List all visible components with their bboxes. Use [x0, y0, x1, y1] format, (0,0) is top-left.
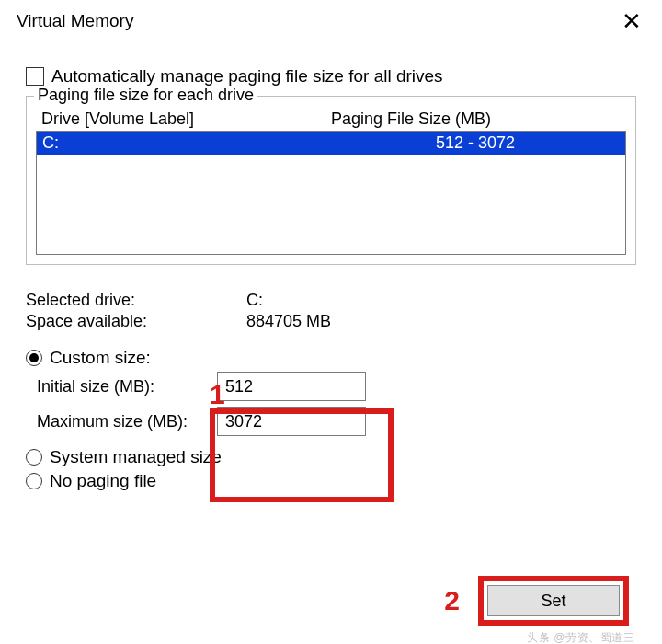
custom-size-label: Custom size:: [50, 348, 151, 368]
space-available-value: 884705 MB: [246, 312, 331, 331]
custom-size-radio[interactable]: [26, 350, 42, 366]
list-item-drive: C:: [42, 133, 331, 153]
set-button[interactable]: Set: [487, 585, 620, 616]
system-managed-label: System managed size: [50, 447, 222, 467]
annotation-number-2: 2: [444, 585, 460, 616]
selected-drive-label: Selected drive:: [26, 291, 246, 310]
watermark-text: 头条 @劳资、蜀道三: [527, 630, 634, 644]
window-title: Virtual Memory: [17, 11, 133, 31]
drive-listbox[interactable]: C: 512 - 3072: [36, 131, 626, 255]
system-managed-radio[interactable]: [26, 449, 42, 466]
column-header-size: Paging File Size (MB): [331, 109, 621, 129]
initial-size-input[interactable]: [217, 372, 366, 401]
list-item-size: 512 - 3072: [331, 133, 620, 153]
paging-file-groupbox: Paging file size for each drive Drive [V…: [26, 96, 636, 265]
column-header-drive: Drive [Volume Label]: [41, 109, 331, 129]
annotation-box-2: Set: [478, 576, 629, 626]
initial-size-label: Initial size (MB):: [26, 377, 217, 397]
maximum-size-input[interactable]: [217, 407, 366, 436]
group-label: Paging file size for each drive: [34, 86, 257, 105]
list-item[interactable]: C: 512 - 3072: [37, 132, 625, 155]
auto-manage-checkbox[interactable]: [26, 67, 44, 86]
no-paging-radio[interactable]: [26, 473, 42, 489]
maximum-size-label: Maximum size (MB):: [26, 412, 217, 431]
space-available-label: Space available:: [26, 312, 246, 331]
auto-manage-label: Automatically manage paging file size fo…: [51, 66, 443, 86]
no-paging-label: No paging file: [50, 471, 156, 491]
annotation-number-1: 1: [210, 379, 225, 410]
selected-drive-value: C:: [246, 291, 263, 310]
close-icon[interactable]: ✕: [618, 9, 645, 33]
